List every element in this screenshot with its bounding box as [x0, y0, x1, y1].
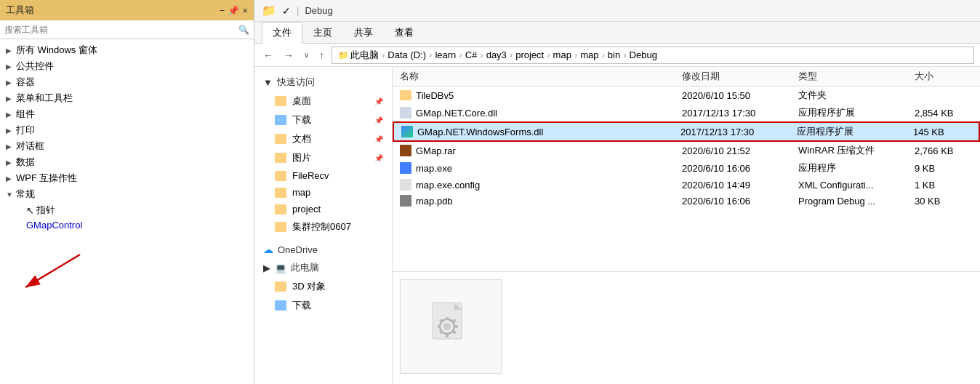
arrow-icon: ▶: [6, 143, 16, 151]
toolbox-search-bar: 🔍: [0, 20, 254, 39]
file-row[interactable]: map.pdb 2020/6/10 16:06 Program Debug ..…: [393, 193, 980, 209]
breadcrumb-part[interactable]: 此电脑: [350, 49, 379, 62]
folder-icon: [275, 204, 286, 215]
tree-label: 数据: [16, 156, 248, 169]
address-breadcrumb[interactable]: 📁 此电脑 › Data (D:) › learn › C# › day3 › …: [332, 47, 974, 64]
qa-item-pictures[interactable]: 图片 📌: [254, 148, 392, 167]
qa-item-label: 文档: [292, 132, 311, 145]
qa-item-desktop[interactable]: 桌面 📌: [254, 92, 392, 111]
qa-item-label: FileRecv: [292, 170, 329, 181]
tab-file[interactable]: 文件: [262, 22, 302, 44]
close-icon[interactable]: ×: [242, 5, 248, 16]
toolbox-header: 工具箱 − 📌 ×: [0, 0, 254, 20]
breadcrumb-part[interactable]: day3: [486, 49, 507, 60]
pin-icon[interactable]: 📌: [228, 5, 239, 16]
tree-label: 对话框: [16, 140, 248, 153]
breadcrumb-part[interactable]: map: [553, 49, 571, 60]
breadcrumb-part[interactable]: C#: [465, 49, 478, 60]
tree-item-print[interactable]: ▶ 打印: [0, 122, 254, 138]
titlebar-separator: |: [297, 5, 299, 16]
onedrive-section[interactable]: ☁ OneDrive: [254, 241, 392, 258]
file-type: Program Debug ...: [798, 196, 915, 207]
forward-button[interactable]: →: [281, 48, 297, 63]
file-row[interactable]: GMap.NET.Core.dll 2017/12/13 17:30 应用程序扩…: [393, 104, 980, 121]
qa-item-label: 3D 对象: [292, 280, 326, 293]
tab-view[interactable]: 查看: [384, 22, 425, 44]
qa-item-documents[interactable]: 文档 📌: [254, 129, 392, 148]
col-type-header[interactable]: 类型: [798, 70, 915, 83]
file-name: map.pdb: [416, 196, 453, 207]
qa-item-label: project: [292, 204, 321, 215]
back-button[interactable]: ←: [260, 48, 276, 63]
breadcrumb-part[interactable]: bin: [608, 49, 620, 60]
file-name-cell: map.exe.config: [400, 179, 682, 191]
tree-item-menu-toolbar[interactable]: ▶ 菜单和工具栏: [0, 90, 254, 106]
minimize-icon[interactable]: −: [220, 5, 225, 16]
exe-icon: [400, 162, 411, 174]
col-size-header[interactable]: 大小: [915, 70, 973, 83]
file-type: 应用程序: [798, 161, 915, 175]
breadcrumb-part[interactable]: project: [515, 49, 544, 60]
tree-item-general[interactable]: ▼ 常规: [0, 186, 254, 202]
tree-item-wpf[interactable]: ▶ WPF 互操作性: [0, 170, 254, 186]
tree-item-components[interactable]: ▶ 组件: [0, 106, 254, 122]
toolbox-tree: ▶ 所有 Windows 窗体 ▶ 公共控件 ▶ 容器 ▶ 菜单和工具栏 ▶ 组…: [0, 39, 254, 384]
col-modified-header[interactable]: 修改日期: [682, 70, 798, 83]
thumbnail-row: [393, 271, 980, 384]
breadcrumb-part[interactable]: Data (D:): [387, 49, 426, 60]
tree-item-dialogs[interactable]: ▶ 对话框: [0, 138, 254, 154]
pc-section[interactable]: ▶ 💻 此电脑: [254, 258, 392, 277]
titlebar-title: Debug: [305, 5, 332, 16]
qa-item-downloads[interactable]: 下载 📌: [254, 111, 392, 129]
file-thumbnail: [400, 279, 502, 374]
recent-locations-button[interactable]: ∨: [301, 49, 312, 60]
qa-item-filerecv[interactable]: FileRecv: [254, 167, 392, 184]
file-type: 应用程序扩展: [797, 125, 913, 138]
dll-icon: [400, 107, 411, 119]
tab-home[interactable]: 主页: [302, 22, 343, 44]
tree-item-all-windows[interactable]: ▶ 所有 Windows 窗体: [0, 42, 254, 58]
file-row[interactable]: GMap.rar 2020/6/10 21:52 WinRAR 压缩文件 2,7…: [393, 142, 980, 159]
file-row[interactable]: TileDBv5 2020/6/10 15:50 文件夹: [393, 87, 980, 104]
arrow-icon: ▶: [6, 95, 16, 103]
breadcrumb-part[interactable]: Debug: [630, 49, 657, 60]
tab-share[interactable]: 共享: [343, 22, 384, 44]
titlebar-folder-icon: 📁: [262, 4, 276, 17]
explorer-titlebar: 📁 ✓ | Debug: [254, 0, 980, 22]
file-name: TileDBv5: [416, 90, 454, 101]
qa-item-map[interactable]: map: [254, 184, 392, 201]
file-type: WinRAR 压缩文件: [798, 144, 915, 157]
search-input[interactable]: [4, 25, 238, 35]
file-row-selected[interactable]: GMap.NET.WindowsForms.dll 2017/12/13 17:…: [393, 121, 980, 142]
qa-item-downloads2[interactable]: 下载: [254, 296, 392, 315]
file-modified: 2020/6/10 21:52: [682, 145, 798, 156]
breadcrumb-part[interactable]: map: [580, 49, 598, 60]
file-type: 应用程序扩展: [798, 106, 915, 119]
arrow-icon: ▶: [6, 63, 16, 71]
qa-item-label: 图片: [292, 151, 311, 164]
breadcrumb-part[interactable]: learn: [435, 49, 456, 60]
pin-icon: 📌: [374, 154, 383, 162]
tree-item-pointer[interactable]: ↖ 指针: [20, 202, 254, 218]
quick-access-panel: ▼ 快速访问 桌面 📌 下载 📌 文档 📌 图片 📌: [254, 67, 393, 384]
tree-label: 指针: [36, 204, 248, 217]
arrow-icon: ▶: [6, 111, 16, 119]
tree-item-data[interactable]: ▶ 数据: [0, 154, 254, 170]
tree-item-common-controls[interactable]: ▶ 公共控件: [0, 58, 254, 74]
up-button[interactable]: ↑: [316, 48, 327, 63]
breadcrumb-folder-icon: 📁: [338, 50, 349, 60]
qa-item-3dobjects[interactable]: 3D 对象: [254, 277, 392, 296]
qa-item-cluster[interactable]: 集群控制0607: [254, 217, 392, 236]
col-name-header[interactable]: 名称: [400, 70, 682, 83]
pin-icon: 📌: [374, 116, 383, 124]
tree-item-container[interactable]: ▶ 容器: [0, 74, 254, 90]
tree-label: 常规: [16, 188, 248, 201]
qa-item-project[interactable]: project: [254, 201, 392, 217]
folder-icon: [400, 90, 411, 100]
tree-item-gmap[interactable]: GMapControl: [0, 218, 254, 232]
file-size: 30 KB: [915, 196, 973, 207]
file-row[interactable]: map.exe 2020/6/10 16:06 应用程序 9 KB: [393, 159, 980, 177]
qa-item-label: map: [292, 187, 310, 198]
file-row[interactable]: map.exe.config 2020/6/10 14:49 XML Confi…: [393, 177, 980, 193]
quick-access-header[interactable]: ▼ 快速访问: [254, 73, 392, 92]
